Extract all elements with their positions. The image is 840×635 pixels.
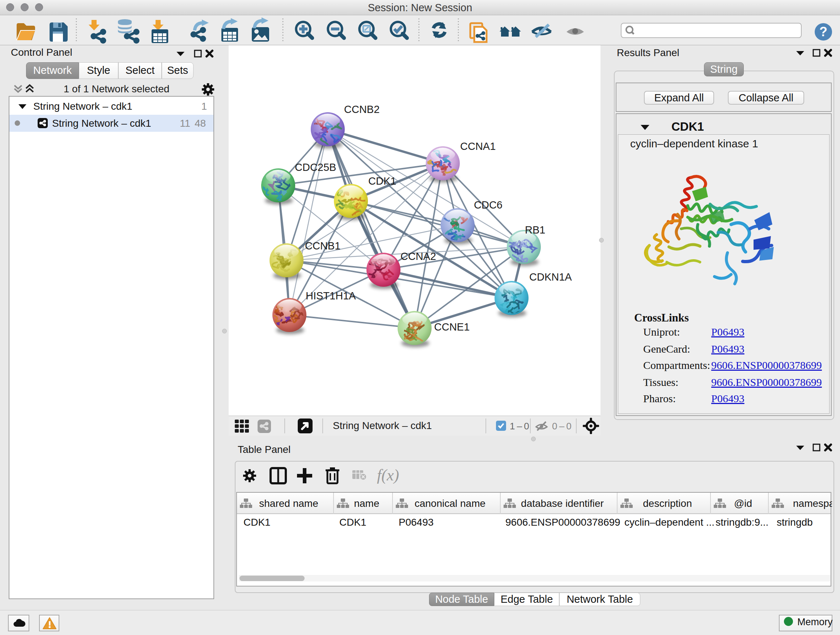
svg-text:CCNA2: CCNA2 xyxy=(401,250,436,262)
svg-text:CCNE1: CCNE1 xyxy=(434,321,470,333)
svg-text:CDKN1A: CDKN1A xyxy=(529,271,572,283)
svg-text:?: ? xyxy=(819,24,827,39)
svg-text:CCNA1: CCNA1 xyxy=(460,141,496,152)
svg-text:CDC6: CDC6 xyxy=(474,199,502,211)
svg-text:f(x): f(x) xyxy=(377,466,399,484)
svg-text:CDK1: CDK1 xyxy=(368,175,396,187)
svg-text:CDC25B: CDC25B xyxy=(295,162,336,173)
svg-text:CCNB2: CCNB2 xyxy=(344,103,379,115)
svg-text:HIST1H1A: HIST1H1A xyxy=(306,290,356,302)
svg-text:RB1: RB1 xyxy=(525,224,545,236)
svg-text:CCNB1: CCNB1 xyxy=(305,240,340,252)
